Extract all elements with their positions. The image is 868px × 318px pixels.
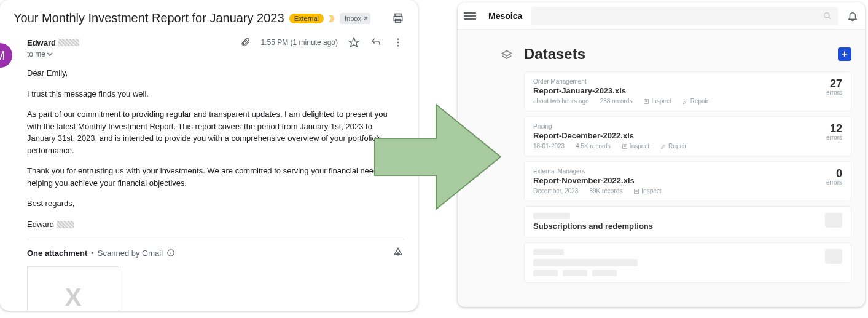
attachment-icon (239, 36, 251, 49)
email-timestamp: 1:55 PM (1 minute ago) (261, 38, 338, 47)
dot: • (91, 248, 94, 258)
dataset-category: Pricing (533, 123, 813, 130)
mesoica-body: Datasets + Order Management Report-Janua… (458, 30, 865, 283)
to-label: to me (27, 50, 45, 58)
inspect-action[interactable]: Inspect (622, 143, 649, 149)
reply-icon[interactable] (370, 36, 382, 49)
badge-inbox[interactable]: Inbox × (340, 13, 370, 24)
skeleton-box (825, 213, 842, 228)
remove-label-icon[interactable]: × (364, 14, 368, 23)
add-dataset-button[interactable]: + (838, 47, 851, 61)
dataset-card-loading (524, 242, 851, 283)
from-row: Edward 1:55 PM (1 minute ago) (27, 36, 404, 49)
svg-point-10 (824, 12, 829, 17)
brand: Mesoica (488, 11, 522, 21)
svg-point-6 (397, 45, 399, 47)
dataset-name: Report-December-2022.xls (533, 131, 813, 140)
dataset-records: 238 records (600, 98, 633, 105)
body-signature: Edward (27, 218, 401, 231)
svg-marker-3 (350, 38, 359, 47)
layers-icon (501, 49, 513, 62)
svg-point-4 (397, 38, 399, 40)
email-subject: Your Monthly Investment Report for Janua… (14, 11, 284, 25)
error-label: errors (813, 134, 842, 141)
more-icon[interactable] (392, 36, 404, 49)
skeleton-box (825, 249, 842, 264)
inspect-action[interactable]: Inspect (633, 188, 661, 194)
body-p1: I trust this message finds you well. (27, 88, 401, 100)
attachment-bar: One attachment • Scanned by Gmail (27, 239, 404, 259)
inbox-label: Inbox (345, 15, 361, 22)
search-icon (823, 12, 832, 20)
repair-action[interactable]: Repair (682, 98, 708, 105)
dataset-age: about two hours ago (533, 98, 589, 105)
svg-line-11 (829, 17, 831, 18)
dataset-card[interactable]: Pricing Report-December-2022.xls 18-01-2… (524, 116, 851, 156)
attachment-card[interactable]: X X Report-January-2... (27, 266, 119, 311)
mesoica-topbar: Mesoica (458, 2, 865, 30)
datasets-header: Datasets + (524, 46, 851, 63)
info-icon[interactable] (166, 248, 175, 257)
email-body: Dear Emily, I trust this message finds y… (27, 67, 404, 230)
dataset-records: 89K records (589, 188, 622, 194)
search-input[interactable] (531, 7, 838, 25)
to-row[interactable]: to me (27, 50, 404, 58)
dataset-name: Report-January-2023.xls (533, 86, 813, 95)
avatar: M (0, 43, 12, 68)
print-icon[interactable] (392, 12, 404, 25)
body-regards: Best regards, (27, 197, 401, 210)
label-arrow-icon (329, 15, 335, 22)
dataset-age: 18-01-2023 (533, 143, 565, 149)
error-count: 0 (813, 168, 842, 179)
svg-point-5 (397, 42, 399, 44)
attachment-count: One attachment (27, 248, 87, 258)
page-title: Datasets (524, 46, 585, 63)
mesoica-panel: Mesoica Datasets + Order Management Repo… (458, 2, 865, 307)
email-header: Your Monthly Investment Report for Janua… (14, 11, 404, 25)
scanned-label: Scanned by Gmail (98, 248, 163, 258)
bell-icon[interactable] (846, 10, 859, 22)
dataset-records: 4.5K records (576, 143, 611, 149)
transition-arrow (369, 95, 504, 218)
error-count: 27 (813, 78, 842, 89)
dataset-name: Report-November-2022.xls (533, 176, 813, 185)
star-icon[interactable] (348, 36, 360, 49)
menu-icon[interactable] (464, 12, 476, 20)
error-label: errors (813, 89, 842, 96)
badge-external: External (289, 14, 324, 23)
body-p2: As part of our commitment to providing r… (27, 108, 401, 156)
dataset-category: External Managers (533, 168, 813, 175)
add-to-drive-icon[interactable] (392, 247, 404, 259)
dataset-category: Order Management (533, 78, 813, 85)
repair-action[interactable]: Repair (660, 143, 686, 149)
inspect-action[interactable]: Inspect (643, 98, 671, 105)
email-panel: M Your Monthly Investment Report for Jan… (0, 0, 418, 311)
chevron-down-icon[interactable] (47, 51, 53, 57)
dataset-age: December, 2023 (533, 188, 578, 194)
error-label: errors (813, 179, 842, 186)
dataset-card[interactable]: External Managers Report-November-2022.x… (524, 161, 851, 201)
from-redacted-surname (58, 39, 79, 46)
body-greeting: Dear Emily, (27, 67, 401, 79)
body-p3: Thank you for entrusting us with your in… (27, 165, 401, 189)
dataset-card-loading: Subscriptions and redemptions (524, 206, 851, 237)
attachment-preview-letter: X (65, 284, 82, 311)
svg-marker-12 (502, 51, 512, 56)
from-name: Edward (27, 38, 56, 47)
dataset-name: Subscriptions and redemptions (533, 221, 825, 231)
dataset-card[interactable]: Order Management Report-January-2023.xls… (524, 71, 851, 111)
error-count: 12 (813, 123, 842, 134)
